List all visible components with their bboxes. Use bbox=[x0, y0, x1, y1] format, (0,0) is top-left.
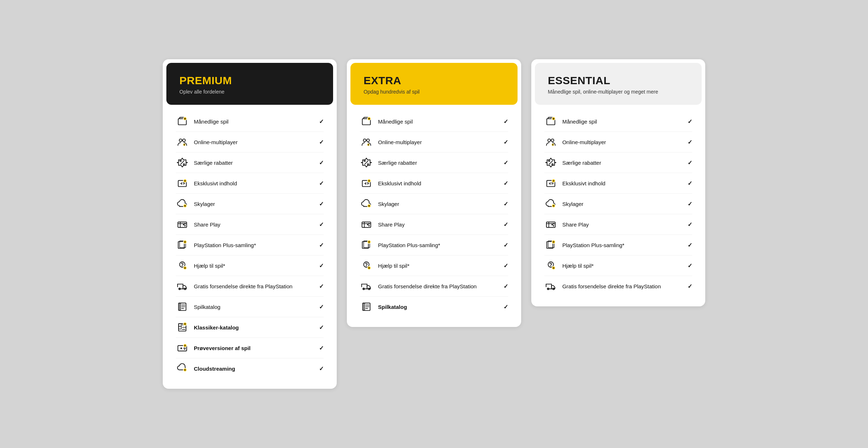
ps-collection-icon bbox=[544, 238, 557, 251]
feature-check: ✓ bbox=[319, 262, 324, 269]
card-title-premium: PREMIUM bbox=[179, 74, 320, 87]
svg-rect-22 bbox=[180, 303, 181, 311]
feature-row: Eksklusivt indhold✓ bbox=[544, 173, 692, 194]
game-help-icon bbox=[360, 259, 373, 272]
svg-rect-25 bbox=[179, 326, 182, 329]
feature-row: Eksklusivt indhold✓ bbox=[176, 173, 324, 194]
discounts-icon bbox=[176, 156, 189, 169]
feature-label: Gratis forsendelse direkte fra PlayStati… bbox=[378, 283, 477, 289]
feature-row: Særlige rabatter✓ bbox=[544, 152, 692, 173]
feature-row: PlayStation Plus-samling*✓ bbox=[176, 235, 324, 255]
cloud-storage-icon bbox=[544, 197, 557, 210]
feature-label: Skylager bbox=[194, 201, 215, 207]
feature-row: Skylager✓ bbox=[360, 194, 508, 214]
feature-row: Gratis forsendelse direkte fra PlayStati… bbox=[544, 276, 692, 296]
feature-label: Gratis forsendelse direkte fra PlayStati… bbox=[562, 283, 661, 289]
feature-row: Share Play✓ bbox=[360, 214, 508, 235]
feature-check: ✓ bbox=[319, 283, 324, 290]
feature-label: Særlige rabatter bbox=[378, 160, 417, 166]
feature-row: Særlige rabatter✓ bbox=[360, 152, 508, 173]
feature-label: Særlige rabatter bbox=[562, 160, 601, 166]
feature-row: PlayStation Plus-samling*✓ bbox=[544, 235, 692, 255]
svg-point-51 bbox=[366, 266, 367, 267]
feature-check: ✓ bbox=[503, 139, 508, 146]
feature-label: Skylager bbox=[378, 201, 399, 207]
feature-check: ✓ bbox=[503, 180, 508, 187]
feature-row: Skylager✓ bbox=[176, 194, 324, 214]
feature-check: ✓ bbox=[319, 242, 324, 249]
ps-collection-icon bbox=[176, 238, 189, 251]
feature-label: Gratis forsendelse direkte fra PlayStati… bbox=[194, 283, 293, 289]
card-title-extra: EXTRA bbox=[363, 74, 504, 87]
share-play-icon bbox=[176, 218, 189, 231]
feature-check: ✓ bbox=[688, 180, 692, 187]
exclusive-content-icon bbox=[360, 177, 373, 190]
feature-label: Spilkatalog bbox=[194, 304, 220, 310]
ps-collection-icon bbox=[360, 238, 373, 251]
card-title-essential: ESSENTIAL bbox=[548, 74, 689, 87]
feature-row: Gratis forsendelse direkte fra PlayStati… bbox=[176, 276, 324, 297]
card-subtitle-premium: Oplev alle fordelene bbox=[179, 89, 320, 95]
feature-row: Skylager✓ bbox=[544, 194, 692, 214]
svg-point-59 bbox=[548, 139, 550, 142]
feature-check: ✓ bbox=[319, 345, 324, 352]
feature-row: Særlige rabatter✓ bbox=[176, 152, 324, 173]
feature-check: ✓ bbox=[688, 262, 692, 269]
feature-label: Share Play bbox=[194, 221, 220, 228]
card-essential: ESSENTIALMånedlige spil, online-multipla… bbox=[531, 59, 705, 306]
svg-point-37 bbox=[367, 139, 370, 142]
feature-label: PlayStation Plus-samling* bbox=[378, 242, 440, 248]
monthly-games-icon bbox=[176, 115, 189, 128]
shipping-icon bbox=[544, 280, 557, 293]
cloud-streaming-icon bbox=[176, 362, 189, 375]
feature-row: Spilkatalog✓ bbox=[360, 297, 508, 317]
feature-check: ✓ bbox=[688, 221, 692, 228]
feature-label: Hjælp til spil* bbox=[562, 263, 594, 269]
feature-check: ✓ bbox=[503, 159, 508, 166]
svg-point-2 bbox=[179, 139, 182, 142]
cloud-storage-icon bbox=[360, 197, 373, 210]
svg-rect-56 bbox=[364, 303, 365, 311]
feature-label: PlayStation Plus-samling* bbox=[194, 242, 256, 248]
card-features-extra: Månedlige spil✓ Online-multiplayer✓ Særl… bbox=[347, 105, 521, 327]
discounts-icon bbox=[360, 156, 373, 169]
feature-label: Hjælp til spil* bbox=[194, 263, 225, 269]
feature-row: Share Play✓ bbox=[176, 214, 324, 235]
svg-point-74 bbox=[550, 266, 551, 267]
card-extra: EXTRAOpdag hundredvis af spil Månedlige … bbox=[347, 59, 521, 327]
feature-row: Cloudstreaming✓ bbox=[176, 358, 324, 379]
feature-label: Klassiker-katalog bbox=[194, 324, 239, 331]
feature-check: ✓ bbox=[688, 283, 692, 290]
card-features-essential: Månedlige spil✓ Online-multiplayer✓ Særl… bbox=[531, 105, 705, 306]
online-multiplayer-icon bbox=[360, 135, 373, 148]
feature-row: Online-multiplayer✓ bbox=[544, 132, 692, 152]
feature-check: ✓ bbox=[503, 221, 508, 228]
discounts-icon bbox=[544, 156, 557, 169]
svg-point-3 bbox=[183, 139, 186, 142]
feature-check: ✓ bbox=[503, 303, 508, 310]
feature-row: Share Play✓ bbox=[544, 214, 692, 235]
svg-point-36 bbox=[363, 139, 366, 142]
feature-label: Share Play bbox=[562, 221, 589, 228]
feature-row: Gratis forsendelse direkte fra PlayStati… bbox=[360, 276, 508, 297]
svg-rect-43 bbox=[362, 222, 371, 227]
feature-row: Månedlige spil✓ bbox=[176, 111, 324, 132]
card-header-essential: ESSENTIALMånedlige spil, online-multipla… bbox=[535, 63, 702, 105]
monthly-games-icon bbox=[544, 115, 557, 128]
feature-check: ✓ bbox=[503, 283, 508, 290]
share-play-icon bbox=[360, 218, 373, 231]
share-play-icon bbox=[544, 218, 557, 231]
feature-row: Spilkatalog✓ bbox=[176, 297, 324, 317]
card-header-extra: EXTRAOpdag hundredvis af spil bbox=[350, 63, 517, 105]
feature-check: ✓ bbox=[319, 221, 324, 228]
card-subtitle-essential: Månedlige spil, online-multiplayer og me… bbox=[548, 89, 689, 95]
game-help-icon bbox=[176, 259, 189, 272]
feature-check: ✓ bbox=[319, 365, 324, 372]
online-multiplayer-icon bbox=[544, 135, 557, 148]
feature-label: Eksklusivt indhold bbox=[378, 180, 421, 186]
card-subtitle-extra: Opdag hundredvis af spil bbox=[363, 89, 504, 95]
classics-catalog-icon bbox=[176, 321, 189, 334]
svg-point-31 bbox=[184, 349, 185, 350]
feature-row: Prøveversioner af spil✓ bbox=[176, 338, 324, 358]
cloud-storage-icon bbox=[176, 197, 189, 210]
